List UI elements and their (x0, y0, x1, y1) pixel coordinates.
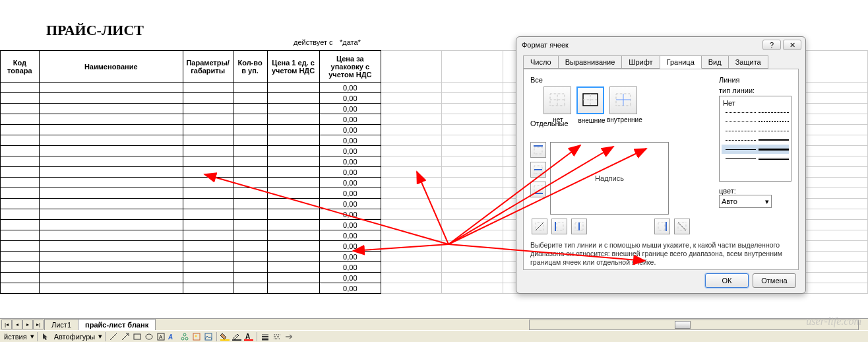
svg-rect-14 (232, 339, 241, 341)
pack-price-cell[interactable]: 0,00 (319, 156, 381, 167)
tab-nav-last[interactable]: ▸| (33, 320, 44, 329)
header-params[interactable]: Параметры/ габариты (183, 51, 233, 83)
preset-outline-label: внешние (574, 117, 609, 124)
line-style-5[interactable] (722, 145, 789, 154)
pack-price-cell[interactable]: 0,00 (319, 252, 381, 262)
svg-rect-2 (134, 334, 140, 339)
svg-text:A: A (168, 333, 173, 341)
pack-price-cell[interactable]: 0,00 (319, 135, 381, 146)
wordart-icon[interactable]: A (168, 331, 178, 342)
line-group-label: Линия (719, 76, 791, 84)
pack-price-cell[interactable]: 0,00 (319, 104, 381, 114)
tab-nav-first[interactable]: |◂ (1, 320, 12, 329)
pack-price-cell[interactable]: 0,00 (319, 199, 381, 209)
pack-price-cell[interactable]: 0,00 (319, 167, 381, 178)
arrow-style-icon[interactable] (284, 331, 294, 342)
close-button[interactable]: ✕ (783, 40, 801, 50)
pack-price-cell[interactable]: 0,00 (319, 262, 381, 273)
line-style-none[interactable]: Нет (722, 98, 789, 108)
arrow-icon[interactable] (120, 331, 131, 342)
border-bottom-button[interactable] (530, 182, 546, 197)
scrollbar-thumb[interactable] (675, 321, 691, 329)
rectangle-icon[interactable] (132, 331, 142, 342)
tab-fill[interactable]: Вид (701, 55, 729, 69)
picture-icon[interactable] (203, 331, 214, 342)
effective-from-value: *дата* (340, 38, 406, 50)
svg-rect-16 (244, 339, 253, 341)
tab-nav-prev[interactable]: ◂ (12, 320, 22, 329)
preset-outline-button[interactable]: внешние (576, 86, 604, 114)
dash-style-icon[interactable] (272, 331, 282, 342)
border-hmid-button[interactable] (530, 162, 546, 178)
sheet-tab-1[interactable]: Лист1 (44, 319, 78, 330)
ok-button[interactable]: ОК (705, 273, 749, 288)
pack-price-cell[interactable]: 0,00 (319, 283, 381, 294)
svg-rect-34 (534, 147, 542, 154)
preset-none-label: нет (541, 116, 575, 123)
border-right-button[interactable] (654, 219, 670, 234)
pack-price-cell[interactable]: 0,00 (319, 125, 381, 135)
line-weight-icon[interactable] (260, 331, 270, 342)
clipart-icon[interactable] (191, 331, 202, 342)
line-style-1[interactable] (722, 108, 789, 117)
tab-nav-next[interactable]: ▸ (22, 320, 33, 329)
hint-text: Выберите тип линии и с помощью мыши укаж… (530, 241, 791, 267)
line-color-icon[interactable] (232, 331, 242, 342)
header-code[interactable]: Код товара (1, 51, 40, 83)
help-button[interactable]: ? (762, 40, 781, 50)
header-qty[interactable]: Кол-во в уп. (233, 51, 267, 83)
tab-number[interactable]: Число (523, 55, 559, 69)
pack-price-cell[interactable]: 0,00 (319, 178, 381, 188)
diagram-icon[interactable] (179, 331, 190, 342)
line-style-3[interactable] (722, 126, 789, 135)
svg-rect-13 (220, 339, 230, 341)
pack-price-cell[interactable]: 0,00 (319, 209, 381, 220)
pack-price-cell[interactable]: 0,00 (319, 93, 381, 104)
preset-inside-button[interactable]: внутренние (609, 86, 637, 114)
line-style-2[interactable] (722, 117, 789, 126)
svg-point-7 (183, 333, 186, 336)
border-top-button[interactable] (530, 142, 546, 158)
pack-price-cell[interactable]: 0,00 (319, 241, 381, 252)
svg-rect-37 (534, 186, 542, 192)
format-cells-dialog: Формат ячеек ? ✕ Число Выравнивание Шриф… (516, 36, 806, 294)
border-preview[interactable]: Надпись (550, 142, 669, 215)
preset-inside-label: внутренние (607, 116, 641, 123)
pointer-icon[interactable] (40, 331, 51, 342)
header-packprice[interactable]: Цена за упаковку с учетом НДС (319, 51, 381, 83)
border-diag-down-button[interactable] (674, 219, 690, 234)
border-vmid-button[interactable] (571, 219, 587, 234)
svg-line-1 (122, 334, 128, 340)
toolbar-autoshapes[interactable]: Автофигуры (52, 332, 98, 341)
line-style-6[interactable] (722, 154, 789, 163)
border-left-button[interactable] (551, 219, 567, 234)
textbox-icon[interactable]: A (156, 331, 166, 342)
header-name[interactable]: Наименование (39, 51, 183, 83)
pack-price-cell[interactable]: 0,00 (319, 273, 381, 283)
oval-icon[interactable] (144, 331, 154, 342)
color-select[interactable]: Авто ▾ (719, 195, 772, 208)
header-price[interactable]: Цена 1 ед. с учетом НДС (267, 51, 319, 83)
line-style-list[interactable]: Нет (719, 96, 791, 182)
pack-price-cell[interactable]: 0,00 (319, 114, 381, 125)
preset-none-button[interactable]: нет (543, 86, 571, 114)
tab-protect[interactable]: Защита (728, 55, 768, 69)
line-style-4[interactable] (722, 135, 789, 145)
pack-price-cell[interactable]: 0,00 (319, 230, 381, 241)
pack-price-cell[interactable]: 0,00 (319, 188, 381, 199)
pack-price-cell[interactable]: 0,00 (319, 220, 381, 230)
pack-price-cell[interactable]: 0,00 (319, 83, 381, 93)
font-color-icon[interactable]: A (243, 331, 254, 342)
watermark: user-life.com (806, 316, 861, 327)
tab-border[interactable]: Граница (660, 55, 702, 69)
cancel-button[interactable]: Отмена (753, 273, 796, 288)
pack-price-cell[interactable]: 0,00 (319, 146, 381, 156)
line-icon[interactable] (108, 331, 119, 342)
border-diag-up-button[interactable] (532, 219, 547, 234)
sheet-tab-2[interactable]: прайс-лист бланк (78, 319, 156, 330)
dropdown-icon: ▾ (765, 197, 769, 206)
toolbar-actions[interactable]: йствия (2, 332, 29, 341)
tab-align[interactable]: Выравнивание (558, 55, 623, 69)
fill-color-icon[interactable] (220, 331, 230, 342)
tab-font[interactable]: Шрифт (621, 55, 660, 69)
